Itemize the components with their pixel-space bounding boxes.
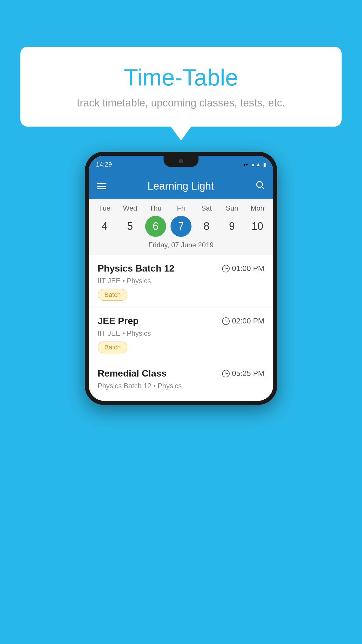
day-label-mon: Mon [247, 204, 268, 212]
app-title: Learning Light [113, 180, 248, 192]
hamburger-menu-icon[interactable] [97, 183, 106, 189]
day-label-tue: Tue [94, 204, 115, 212]
day-label-fri: Fri [171, 204, 191, 212]
day-8[interactable]: 8 [196, 216, 217, 237]
class-time-3: 05:25 PM [222, 369, 264, 378]
day-numbers: 4 5 6 7 8 9 10 [89, 216, 273, 237]
calendar-strip: Tue Wed Thu Fri Sat Sun Mon 4 5 6 7 8 9 … [89, 199, 273, 255]
camera-dot [179, 159, 183, 163]
class-time-value-3: 05:25 PM [232, 369, 264, 378]
day-10[interactable]: 10 [247, 216, 268, 237]
phone-frame: 14:29 ▾▾ ▲▲ ▮ Learning Light [85, 152, 277, 405]
class-time-2: 02:00 PM [222, 316, 264, 326]
class-meta-1: IIT JEE • Physics [98, 277, 264, 285]
day-6-today[interactable]: 6 [145, 216, 166, 237]
phone-device: 14:29 ▾▾ ▲▲ ▮ Learning Light [85, 152, 277, 405]
class-item-2[interactable]: JEE Prep 02:00 PM IIT JEE • Physics Batc… [89, 307, 273, 360]
class-time-1: 01:00 PM [222, 264, 264, 273]
day-7-selected[interactable]: 7 [171, 216, 191, 237]
speech-bubble-subtitle: track timetable, upcoming classes, tests… [35, 97, 327, 109]
selected-date-label: Friday, 07 June 2019 [89, 241, 273, 253]
speech-bubble-title: Time-Table [35, 64, 327, 91]
class-meta-3: Physics Batch 12 • Physics [98, 382, 264, 390]
clock-icon-2 [222, 317, 230, 325]
class-name-2: JEE Prep [98, 316, 139, 326]
phone-screen: 14:29 ▾▾ ▲▲ ▮ Learning Light [89, 156, 273, 401]
day-9[interactable]: 9 [222, 216, 242, 237]
battery-icon: ▮ [263, 161, 266, 168]
class-name-3: Remedial Class [98, 368, 167, 379]
status-icons: ▾▾ ▲▲ ▮ [243, 161, 266, 168]
class-item-2-header: JEE Prep 02:00 PM [98, 316, 264, 326]
clock-icon-1 [222, 265, 230, 272]
day-label-wed: Wed [120, 204, 140, 212]
class-item-1-header: Physics Batch 12 01:00 PM [98, 263, 264, 274]
batch-badge-2: Batch [98, 342, 127, 353]
class-item-3-header: Remedial Class 05:25 PM [98, 368, 264, 379]
status-bar: 14:29 ▾▾ ▲▲ ▮ [89, 156, 273, 173]
svg-line-1 [262, 187, 264, 189]
wifi-icon: ▾▾ [243, 162, 248, 167]
class-item-1[interactable]: Physics Batch 12 01:00 PM IIT JEE • Phys… [89, 255, 273, 307]
day-label-thu: Thu [145, 204, 166, 212]
class-name-1: Physics Batch 12 [98, 263, 174, 274]
class-list: Physics Batch 12 01:00 PM IIT JEE • Phys… [89, 255, 273, 401]
class-time-value-2: 02:00 PM [232, 316, 264, 326]
status-time: 14:29 [96, 161, 112, 168]
class-time-value-1: 01:00 PM [232, 264, 264, 273]
day-4[interactable]: 4 [94, 216, 115, 237]
day-label-sat: Sat [196, 204, 217, 212]
class-meta-2: IIT JEE • Physics [98, 329, 264, 337]
app-bar: Learning Light [89, 173, 273, 199]
speech-bubble: Time-Table track timetable, upcoming cla… [20, 47, 342, 127]
day-label-sun: Sun [222, 204, 242, 212]
day-5[interactable]: 5 [120, 216, 140, 237]
search-icon[interactable] [255, 180, 265, 192]
signal-icon: ▲▲ [250, 162, 261, 168]
clock-icon-3 [222, 370, 230, 377]
speech-bubble-container: Time-Table track timetable, upcoming cla… [20, 47, 342, 127]
day-headers: Tue Wed Thu Fri Sat Sun Mon [89, 204, 273, 212]
class-item-3[interactable]: Remedial Class 05:25 PM Physics Batch 12… [89, 360, 273, 401]
notch [164, 156, 198, 167]
batch-badge-1: Batch [98, 289, 127, 301]
